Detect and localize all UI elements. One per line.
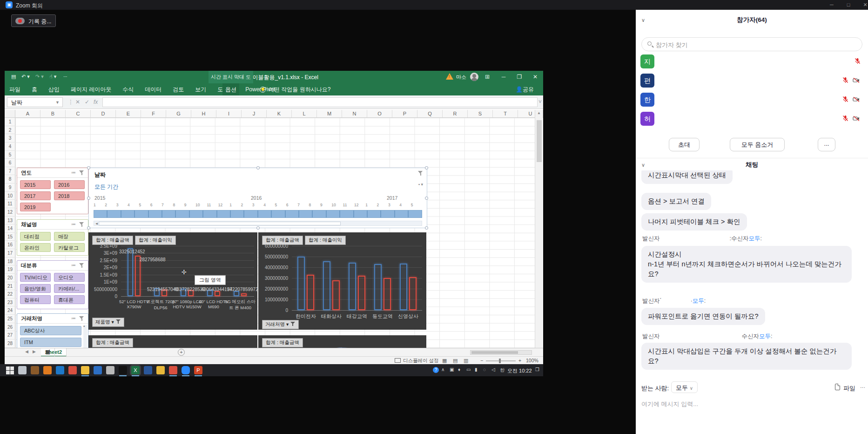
network-icon[interactable]: ◌ [483, 367, 486, 372]
warning-icon[interactable] [446, 73, 453, 80]
column-header-S[interactable]: S [468, 110, 493, 117]
column-header-K[interactable]: K [267, 110, 292, 117]
timeline-month-label[interactable]: 9 [184, 203, 195, 209]
row-header-6[interactable]: 6 [5, 159, 15, 167]
taskbar-clock[interactable]: 오전 10:22 [507, 367, 532, 374]
chat-bubble[interactable]: 시간표시막대 선택된 상태 [641, 170, 733, 184]
row-header-4[interactable]: 4 [5, 142, 15, 151]
selection-handle[interactable] [425, 197, 428, 200]
invite-button[interactable]: 초대 [669, 138, 700, 151]
row-header-27[interactable]: 27 [5, 331, 15, 339]
row-header-15[interactable]: 15 [5, 233, 15, 241]
new-sheet-icon[interactable]: + [178, 349, 185, 356]
slicer-item-TV/비디오[interactable]: TV/비디오 [20, 273, 51, 282]
multi-select-icon[interactable]: ≔ [71, 263, 76, 268]
zoom-slider[interactable] [486, 360, 516, 361]
column-header-O[interactable]: O [367, 110, 392, 117]
scroll-up-icon[interactable]: ▲ [537, 111, 541, 115]
vertical-scrollbar[interactable]: ▲ [535, 110, 543, 348]
ribbon-tab-파일[interactable]: 파일 [9, 86, 20, 94]
line-chart-sales[interactable]: 합계 : 매출금액2.5E+092E+091.5E+091E+09 [88, 335, 257, 348]
search-icon[interactable] [18, 366, 27, 374]
row-header-24[interactable]: 24 [5, 306, 15, 315]
recipient-dropdown[interactable]: 모두 ∨ [671, 381, 698, 393]
row-header-1[interactable]: 1 [5, 118, 15, 126]
column-header-G[interactable]: G [166, 110, 191, 117]
slicer-scrollbar[interactable]: ▴ [83, 325, 87, 348]
zoom-maximize-button[interactable]: □ [841, 1, 855, 9]
chat-bubble[interactable]: 시간표시 막대삽입은 구간을 두개 이상 설정해서 볼순 없는건가요? [641, 343, 852, 370]
slicer-item-2018[interactable]: 2018 [54, 191, 85, 200]
horizontal-scrollbar[interactable] [470, 350, 532, 355]
multi-select-icon[interactable]: ≔ [71, 170, 76, 175]
row-header-22[interactable]: 22 [5, 290, 15, 298]
chat-bubble[interactable]: 옵션 > 보고서 연결 [641, 193, 711, 210]
normal-view-icon[interactable]: ▦ [442, 358, 447, 364]
bar-profit[interactable] [332, 280, 340, 310]
chat-more-button[interactable]: ... [860, 382, 865, 389]
slicer-item-대리점[interactable]: 대리점 [20, 232, 51, 241]
row-header-3[interactable]: 3 [5, 134, 15, 142]
help-icon[interactable]: ? [433, 367, 439, 373]
timeline-month-label[interactable]: 3 [388, 203, 399, 209]
column-header-H[interactable]: H [191, 110, 216, 117]
timeline-month-label[interactable]: 1 [229, 203, 241, 209]
timeline-month-label[interactable]: 7 [161, 203, 173, 209]
row-header-8[interactable]: 8 [5, 175, 15, 183]
chevron-up-icon[interactable]: ∧ [441, 367, 444, 372]
security-icon[interactable] [31, 366, 39, 374]
participant-row[interactable]: 한 [636, 93, 868, 110]
row-header-28[interactable]: 28 [5, 339, 15, 348]
ribbon-tab-홈[interactable]: 홈 [32, 86, 37, 94]
mute-all-button[interactable]: 모두 음소거 [730, 138, 785, 151]
row-header-26[interactable]: 26 [5, 323, 15, 332]
slicer-연도[interactable]: 연도≔20152016201720182019 [17, 168, 88, 214]
row-header-23[interactable]: 23 [5, 298, 15, 307]
sender-name[interactable]: 발신자 [642, 333, 660, 339]
zoom-out-icon[interactable]: − [480, 358, 483, 363]
column-header-R[interactable]: R [443, 110, 468, 117]
timeline-month-label[interactable]: 3 [116, 203, 128, 209]
clear-filter-icon[interactable] [79, 222, 84, 227]
column-header-E[interactable]: E [116, 110, 141, 117]
clear-filter-icon[interactable] [79, 263, 84, 268]
name-box[interactable]: 날짜▼ [7, 97, 63, 107]
ribbon-tab-페이지 레이아웃[interactable]: 페이지 레이아웃 [71, 86, 111, 94]
row-header-5[interactable]: 5 [5, 151, 15, 159]
column-header-I[interactable]: I [216, 110, 242, 117]
recipient-everyone[interactable]: 모두 [693, 298, 704, 304]
slicer-scroll-up-icon[interactable]: ▴ [83, 324, 85, 328]
edge-icon[interactable] [56, 366, 64, 374]
column-header-T[interactable]: T [493, 110, 518, 117]
chat-message-input[interactable]: 여기에 메시지 입력... [641, 400, 698, 408]
slicer-item-휴대폰[interactable]: 휴대폰 [54, 295, 85, 304]
timeline-month-label[interactable]: 11 [207, 203, 218, 209]
timeline-month-label[interactable]: 3 [252, 203, 263, 209]
zoom-slider-knob[interactable] [499, 359, 501, 363]
bar-sales[interactable] [297, 257, 305, 310]
slicer-item-2019[interactable]: 2019 [20, 203, 51, 211]
column-header-L[interactable]: L [292, 110, 317, 117]
timeline-scroll-left-icon[interactable]: ◀ [94, 222, 99, 225]
zoom-close-button[interactable]: ✕ [858, 1, 868, 9]
slicer-item-온라인[interactable]: 온라인 [20, 243, 51, 252]
clear-filter-icon[interactable] [79, 316, 84, 321]
timeline-month-label[interactable]: 10 [331, 203, 343, 209]
timeline-month-label[interactable]: 4 [263, 203, 275, 209]
chart-filter-button[interactable]: 거래처명 ▾ [262, 320, 299, 329]
bar-sales[interactable] [128, 248, 133, 296]
timeline-month-label[interactable]: 6 [286, 203, 297, 209]
sender-name[interactable]: 발신자´ [642, 298, 662, 304]
settings-icon[interactable] [106, 366, 114, 374]
sheet-tab-보고서[interactable]: 보고서 [41, 348, 55, 357]
ribbon-tab-삽입[interactable]: 삽입 [48, 86, 60, 94]
column-header-A[interactable]: A [15, 110, 40, 117]
timeline-month-label[interactable]: 12 [218, 203, 229, 209]
ie-icon[interactable] [43, 366, 52, 374]
recipient-everyone[interactable]: 모두 [748, 235, 760, 242]
row-header-14[interactable]: 14 [5, 224, 15, 233]
column-header-F[interactable]: F [141, 110, 166, 117]
mic-icon[interactable]: ♦ [458, 367, 460, 372]
column-header-B[interactable]: B [40, 110, 66, 117]
slicer-item-2016[interactable]: 2016 [54, 180, 85, 189]
